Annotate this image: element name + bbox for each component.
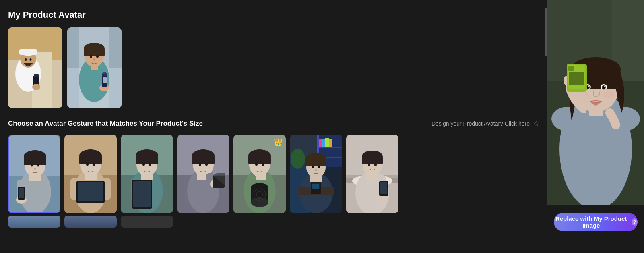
top-avatars-row xyxy=(8,27,539,108)
svg-point-131 xyxy=(374,164,377,166)
svg-rect-99 xyxy=(318,147,342,148)
svg-point-114 xyxy=(318,166,320,168)
svg-point-130 xyxy=(368,164,370,166)
design-link-area: Design your Product Avatar? Click here ☆ xyxy=(431,119,539,128)
svg-rect-42 xyxy=(19,188,24,198)
svg-point-63 xyxy=(142,163,145,166)
svg-rect-162 xyxy=(569,72,584,85)
svg-rect-74 xyxy=(192,156,215,164)
avatar-2-bg xyxy=(67,27,122,108)
svg-rect-27 xyxy=(103,72,106,74)
svg-point-89 xyxy=(262,163,264,166)
svg-rect-49 xyxy=(79,156,102,164)
gesture-3-illustration xyxy=(121,135,173,213)
svg-point-141 xyxy=(551,107,584,131)
svg-rect-112 xyxy=(305,159,326,166)
svg-rect-129 xyxy=(362,156,383,164)
page-title: My Product Avatar xyxy=(8,10,539,20)
svg-rect-161 xyxy=(568,66,574,71)
svg-point-37 xyxy=(37,164,39,167)
replace-btn-label: Replace with My Product Image xyxy=(554,215,628,229)
svg-rect-87 xyxy=(248,156,271,164)
svg-point-88 xyxy=(255,163,258,166)
svg-rect-104 xyxy=(329,139,332,147)
bottom-peek-3 xyxy=(121,216,173,228)
svg-point-11 xyxy=(32,84,40,90)
svg-point-75 xyxy=(199,163,201,166)
star-icon[interactable]: ☆ xyxy=(533,119,539,128)
gesture-2-illustration xyxy=(64,135,117,213)
svg-rect-67 xyxy=(133,181,151,207)
svg-point-76 xyxy=(205,163,208,166)
bottom-row-peek xyxy=(8,216,539,228)
svg-rect-35 xyxy=(24,156,46,165)
gesture-7-illustration xyxy=(346,135,398,213)
gesture-6-illustration xyxy=(290,135,342,213)
svg-rect-10 xyxy=(34,74,39,77)
svg-point-113 xyxy=(312,166,314,168)
svg-point-93 xyxy=(251,197,268,207)
design-link[interactable]: Design your Product Avatar? Click here xyxy=(431,120,530,127)
gesture-item-6[interactable] xyxy=(290,135,342,213)
gesture-item-5[interactable]: 👑 xyxy=(233,135,286,213)
svg-rect-102 xyxy=(322,139,325,147)
svg-point-7 xyxy=(25,58,27,61)
svg-point-106 xyxy=(291,149,305,169)
svg-rect-103 xyxy=(325,138,329,147)
svg-point-115 xyxy=(315,169,317,171)
svg-rect-55 xyxy=(78,182,103,201)
svg-point-64 xyxy=(149,163,151,166)
avatar-1-bg xyxy=(8,27,62,108)
gesture-1-illustration xyxy=(9,135,60,213)
gesture-item-3[interactable] xyxy=(121,135,173,213)
svg-rect-119 xyxy=(312,184,319,189)
svg-point-20 xyxy=(90,55,92,58)
avatar-1-illustration xyxy=(8,27,62,108)
gesture-4-illustration xyxy=(177,135,229,213)
svg-point-156 xyxy=(603,91,614,98)
avatar-thumb-1[interactable] xyxy=(8,27,62,108)
svg-rect-28 xyxy=(103,77,107,83)
svg-point-38 xyxy=(34,168,36,170)
gesture-grid: 👑 xyxy=(8,135,539,213)
help-icon: ? xyxy=(632,218,638,226)
preview-image xyxy=(547,0,644,205)
right-panel: Replace with My Product Image ? xyxy=(547,0,644,253)
avatar-thumb-2[interactable] xyxy=(67,27,122,108)
svg-point-51 xyxy=(93,163,95,166)
svg-rect-19 xyxy=(84,48,105,56)
section-heading: Choose an Avatar Gesture that Matches Yo… xyxy=(8,119,539,128)
svg-rect-101 xyxy=(319,139,322,147)
preview-illustration xyxy=(547,0,644,205)
svg-point-36 xyxy=(31,164,33,167)
avatar-2-illustration xyxy=(67,27,122,108)
svg-point-153 xyxy=(588,86,589,87)
svg-point-22 xyxy=(93,58,95,61)
svg-point-50 xyxy=(86,163,89,166)
gesture-item-1[interactable] xyxy=(8,135,60,213)
gesture-item-7[interactable] xyxy=(346,135,398,213)
gesture-item-2[interactable] xyxy=(64,135,117,213)
crown-icon: 👑 xyxy=(274,138,283,147)
svg-rect-135 xyxy=(380,182,387,194)
gesture-item-4[interactable] xyxy=(177,135,229,213)
replace-with-my-product-button[interactable]: Replace with My Product Image ? xyxy=(554,213,638,231)
section-title: Choose an Avatar Gesture that Matches Yo… xyxy=(8,120,203,128)
left-panel: My Product Avatar xyxy=(0,0,547,253)
svg-rect-6 xyxy=(19,49,37,55)
svg-point-21 xyxy=(96,55,99,58)
svg-point-154 xyxy=(604,86,605,87)
svg-point-8 xyxy=(30,58,32,61)
bottom-peek-1[interactable] xyxy=(8,216,60,228)
bottom-peek-2[interactable] xyxy=(64,216,117,228)
svg-rect-62 xyxy=(136,156,158,164)
